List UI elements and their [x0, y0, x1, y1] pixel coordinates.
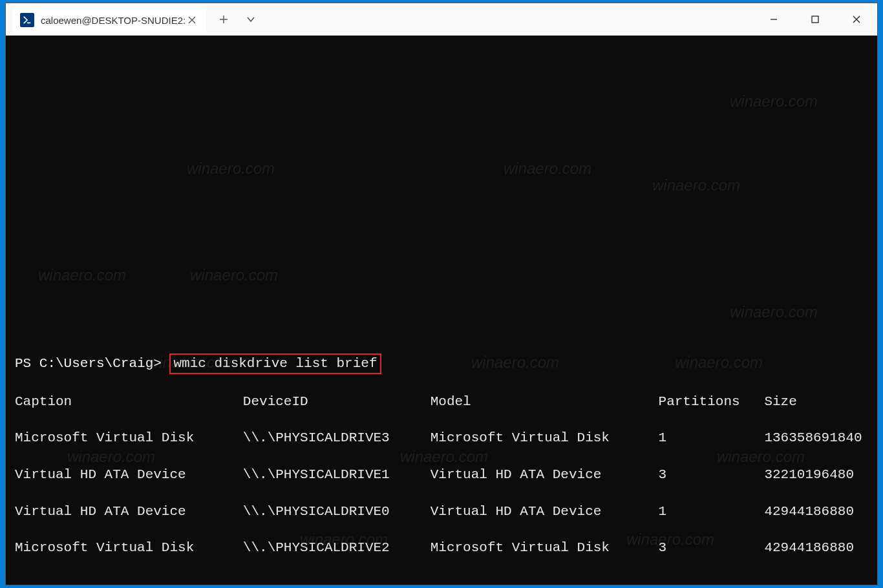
watermark: winaero.com [38, 265, 126, 286]
new-tab-button[interactable] [214, 10, 233, 29]
wmic-command: wmic diskdrive list brief [173, 356, 377, 371]
terminal-content[interactable]: winaero.com winaero.com winaero.com wina… [6, 36, 877, 585]
watermark: winaero.com [730, 91, 818, 112]
svg-rect-2 [812, 16, 818, 23]
close-tab-button[interactable] [186, 14, 198, 26]
wmic-output-table: Caption DeviceID Model Partitions Size M… [15, 393, 868, 558]
watermark: winaero.com [730, 302, 818, 322]
watermark: winaero.com [190, 265, 278, 286]
powershell-icon [20, 13, 34, 27]
titlebar: caloewen@DESKTOP-SNUDIE2: [6, 3, 877, 36]
highlighted-command: wmic diskdrive list brief [169, 353, 381, 374]
watermark: winaero.com [652, 175, 740, 196]
tab[interactable]: caloewen@DESKTOP-SNUDIE2: [12, 6, 206, 34]
watermark: winaero.com [187, 158, 275, 179]
terminal-window: caloewen@DESKTOP-SNUDIE2: winaero.com wi… [5, 3, 878, 585]
window-controls [753, 3, 877, 36]
minimize-button[interactable] [753, 3, 794, 36]
close-window-button[interactable] [836, 3, 877, 36]
ps-prompt: PS C:\Users\Craig> [15, 356, 162, 371]
maximize-button[interactable] [794, 3, 836, 36]
watermark: winaero.com [504, 158, 591, 179]
prompt-line-1: PS C:\Users\Craig> wmic diskdrive list b… [15, 353, 868, 374]
tab-dropdown-button[interactable] [241, 10, 261, 29]
tab-title: caloewen@DESKTOP-SNUDIE2: [41, 15, 186, 26]
